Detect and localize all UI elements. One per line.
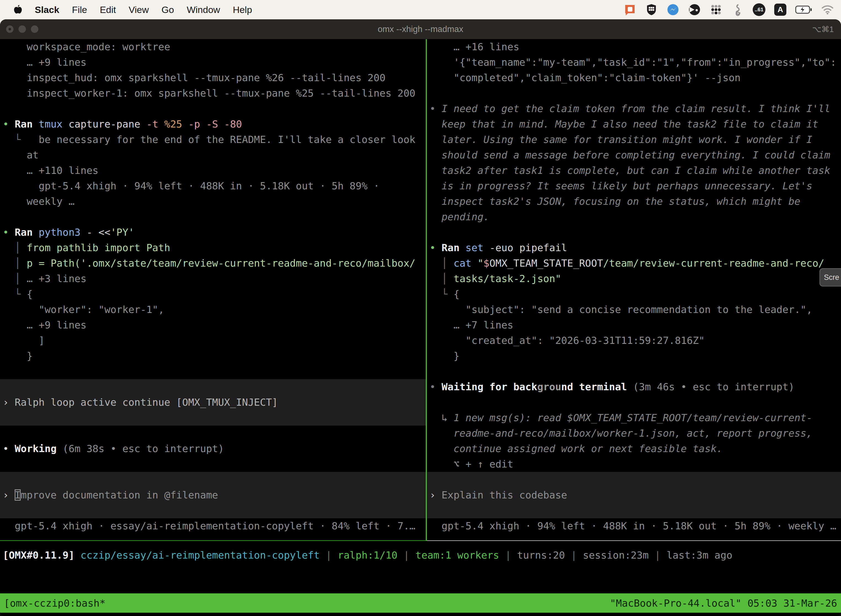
terminal-line: ↳ 1 new msg(s): read $OMX_TEAM_STATE_ROO…: [429, 410, 841, 425]
apple-menu-icon[interactable]: [13, 4, 23, 15]
terminal-line: … +7 lines: [429, 317, 841, 333]
terminal-line: › Explain this codebase: [427, 487, 841, 503]
terminal-line: › Improve documentation in @filename: [0, 487, 426, 503]
hud-pane: [OMX#0.11.9] cczip/essay/ai-reimplementa…: [0, 541, 841, 593]
window-title: omx --xhigh --madmax: [0, 24, 841, 34]
terminal-line: [3, 456, 426, 472]
tmux-session-label[interactable]: [omx-cczip0:bash*: [4, 597, 105, 609]
dragon-icon[interactable]: [731, 3, 744, 16]
menu-bar: Slack File Edit View Go Window Help ..61…: [0, 0, 841, 19]
menu-status-icons: ..61 A: [624, 3, 838, 16]
terminal-line: inspect task2's JSON, focusing on the st…: [429, 194, 841, 209]
right-terminal-pane[interactable]: … +16 lines '{"team_name":"my-team","tas…: [427, 39, 841, 540]
terminal-line: is in progress? It seems likely but perh…: [429, 178, 841, 194]
tmux-panes: workspace_mode: worktree … +9 lines insp…: [0, 39, 841, 540]
terminal-line: │ cat "$OMX_TEAM_STATE_ROOT/team/review-…: [429, 255, 841, 271]
hud-border: [0, 540, 841, 541]
terminal-line: [427, 503, 841, 518]
left-terminal-pane[interactable]: workspace_mode: worktree … +9 lines insp…: [0, 39, 426, 540]
window-bottom-edge: [0, 613, 841, 616]
terminal-line: └ be necessary for the end of the README…: [3, 132, 426, 147]
chat-icon[interactable]: [624, 3, 636, 16]
terminal-line: continue assigned work or next feasible …: [429, 441, 841, 456]
terminal-window: omx --xhigh --madmax ⌥⌘1 workspace_mode:…: [0, 19, 841, 616]
terminal-line: • Working (6m 38s • esc to interrupt): [3, 441, 426, 456]
terminal-line: "subject": "send a concise recommendatio…: [429, 302, 841, 317]
terminal-line: [3, 101, 426, 116]
terminal-line: [0, 472, 426, 487]
terminal-line: • Waiting for background terminal (3m 46…: [429, 379, 841, 395]
terminal-line: gpt-5.4 xhigh · essay/ai-reimplementatio…: [3, 518, 426, 534]
terminal-line: [0, 410, 426, 425]
terminal-line: [429, 395, 841, 410]
terminal-line: › Ralph loop active continue [OMX_TMUX_I…: [0, 395, 426, 410]
terminal-line: [3, 209, 426, 224]
terminal-line: readme-and-reco/mailbox/worker-1.json, a…: [429, 425, 841, 441]
terminal-line: inspect_worker-1: omx sparkshell --tmux-…: [3, 85, 426, 101]
terminal-line: • Ran set -euo pipefail: [429, 240, 841, 255]
terminal-line: task2 after task1 is complete, but can I…: [429, 163, 841, 178]
terminal-line: [429, 224, 841, 240]
terminal-line: │ from pathlib import Path: [3, 240, 426, 255]
terminal-line: │ tasks/task-2.json": [429, 271, 841, 286]
pie-icon[interactable]: [688, 3, 701, 16]
input-source-badge[interactable]: A: [774, 4, 786, 16]
terminal-line: [429, 85, 841, 101]
terminal-line: … +16 lines: [429, 39, 841, 55]
wifi-icon[interactable]: [821, 3, 834, 16]
terminal-line: [0, 503, 426, 518]
terminal-line: [0, 379, 426, 395]
terminal-line: '{"team_name":"my-team","task_id":"1","f…: [429, 55, 841, 70]
terminal-line: later. Using the same for transition mig…: [429, 132, 841, 147]
terminal-line: [429, 364, 841, 379]
terminal-line: │ p = Path('.omx/state/team/review-curre…: [3, 255, 426, 271]
screen-share-overlay[interactable]: Scre: [819, 268, 841, 286]
menu-item-view[interactable]: View: [129, 4, 149, 15]
terminal-line: "created_at": "2026-03-31T11:59:27.816Z": [429, 333, 841, 348]
terminal-line: pending.: [429, 209, 841, 224]
terminal-line: └ {: [429, 286, 841, 302]
terminal-line: "worker": "worker-1",: [3, 302, 426, 317]
terminal-line: }: [3, 348, 426, 364]
terminal-line: gpt-5.4 xhigh · 94% left · 488K in · 5.1…: [3, 178, 426, 194]
tmux-host-time: "MacBook-Pro-44.local" 05:03 31-Mar-26: [610, 597, 837, 609]
terminal-line: keep that in mind. Maybe I also need the…: [429, 116, 841, 132]
terminal-line: gpt-5.4 xhigh · 94% left · 488K in · 5.1…: [429, 518, 841, 534]
terminal-line: … +9 lines: [3, 55, 426, 70]
menu-item-file[interactable]: File: [72, 4, 87, 15]
menu-item-edit[interactable]: Edit: [100, 4, 116, 15]
menu-item-window[interactable]: Window: [187, 4, 220, 15]
shield-grid-icon[interactable]: [645, 3, 658, 16]
terminal-line: [3, 425, 426, 441]
terminal-line: at: [3, 147, 426, 163]
title-bar: omx --xhigh --madmax ⌥⌘1: [0, 19, 841, 39]
dots-grid-icon[interactable]: [710, 3, 722, 16]
keystroke-counter-badge[interactable]: ..61: [753, 3, 765, 16]
terminal-line: "completed","claim_token":"claim-token"}…: [429, 70, 841, 85]
battery-icon[interactable]: [795, 3, 812, 16]
terminal-line: • Ran python3 - <<'PY': [3, 224, 426, 240]
tmux-status-bar[interactable]: [omx-cczip0:bash* "MacBook-Pro-44.local"…: [0, 593, 841, 613]
terminal-line: … +110 lines: [3, 163, 426, 178]
terminal-line: [3, 364, 426, 379]
menu-item-app[interactable]: Slack: [35, 4, 59, 15]
terminal-line: │ … +3 lines: [3, 271, 426, 286]
terminal-line: workspace_mode: worktree: [3, 39, 426, 55]
menu-item-help[interactable]: Help: [233, 4, 252, 15]
terminal-line: should send a message before completing …: [429, 147, 841, 163]
terminal-line: • I need to get the claim token from the…: [429, 101, 841, 116]
messenger-icon[interactable]: [667, 3, 679, 16]
terminal-line: … +9 lines: [3, 317, 426, 333]
window-shortcut: ⌥⌘1: [812, 25, 834, 34]
terminal-line: weekly …: [3, 194, 426, 209]
terminal-line: • Ran tmux capture-pane -t %25 -p -S -80: [3, 116, 426, 132]
terminal-line: └ {: [3, 286, 426, 302]
menu-item-go[interactable]: Go: [161, 4, 174, 15]
terminal-line: }: [429, 348, 841, 364]
terminal-line: ]: [3, 333, 426, 348]
terminal-line: inspect_hud: omx sparkshell --tmux-pane …: [3, 70, 426, 85]
terminal-line: ⌥ + ↑ edit: [429, 456, 841, 472]
terminal-line: [427, 472, 841, 487]
hud-status-line: [OMX#0.11.9] cczip/essay/ai-reimplementa…: [3, 547, 841, 563]
